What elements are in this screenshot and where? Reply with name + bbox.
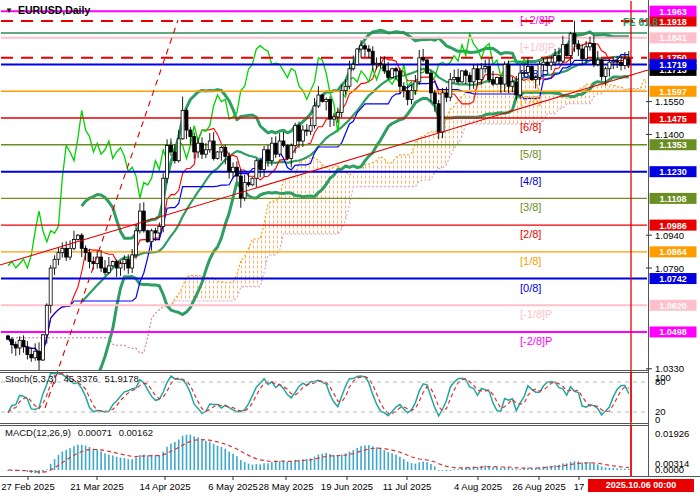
candle-body	[57, 253, 60, 260]
candle-body	[263, 150, 266, 170]
macd-histogram-bar	[450, 470, 452, 471]
candle-body	[530, 67, 533, 80]
trendline[interactable]	[45, 20, 178, 408]
candle-body	[53, 259, 56, 268]
candle-body	[612, 61, 615, 62]
macd-histogram-bar	[69, 448, 71, 470]
candle-body	[367, 49, 370, 51]
resistance-price-badge-text: 1.1918	[659, 17, 687, 27]
macd-histogram-bar	[318, 455, 320, 470]
macd-histogram-bar	[333, 455, 335, 470]
candle-body	[119, 264, 122, 268]
macd-histogram-bar	[325, 453, 327, 470]
candle-body	[243, 183, 246, 198]
candle-body	[484, 67, 487, 69]
candle-body	[111, 261, 114, 265]
macd-clip-group	[7, 435, 629, 474]
candle-body	[577, 44, 580, 49]
candle-body	[294, 126, 297, 146]
macd-histogram-bar	[554, 465, 556, 470]
murrey-price-badge-text: 1.1353	[659, 140, 687, 150]
candle-body	[181, 110, 184, 138]
macd-histogram-bar	[182, 436, 184, 470]
candle-body	[34, 351, 37, 358]
candle-body	[402, 86, 405, 90]
symbol-dropdown-icon[interactable]: ▼	[5, 6, 13, 15]
candle-body	[460, 71, 463, 82]
candle-body	[344, 86, 347, 90]
candle-body	[107, 266, 110, 273]
macd-histogram-bar	[159, 455, 161, 470]
macd-histogram-bar	[155, 455, 157, 470]
price-tick-label: 1.0940	[655, 230, 684, 241]
macd-histogram-bar	[492, 467, 494, 470]
candle-body	[336, 113, 339, 117]
macd-histogram-bar	[566, 463, 568, 470]
macd-histogram-bar	[217, 446, 219, 470]
candle-body	[127, 259, 130, 268]
candle-body	[511, 82, 514, 86]
candle-body	[14, 345, 17, 348]
candle-body	[317, 95, 320, 106]
candle-body	[278, 141, 281, 154]
macd-histogram-bar	[430, 464, 432, 470]
candle-body	[596, 60, 599, 64]
candle-body	[573, 34, 576, 44]
macd-histogram-bar	[65, 450, 67, 470]
candle-body	[325, 99, 328, 101]
candle-body	[38, 351, 41, 360]
macd-histogram-bar	[73, 446, 75, 470]
macd-histogram-bar	[484, 466, 486, 470]
macd-histogram-bar	[609, 468, 611, 470]
candle-body	[371, 51, 374, 64]
candle-body	[457, 78, 460, 82]
candle-body	[220, 148, 223, 152]
macd-histogram-bar	[321, 454, 323, 470]
candle-body	[235, 167, 238, 176]
macd-histogram-bar	[248, 464, 250, 470]
murrey-price-badge-text: 1.0864	[659, 247, 687, 257]
macd-histogram-bar	[131, 459, 133, 470]
candle-body	[585, 47, 588, 59]
macd-histogram-bar	[89, 447, 91, 470]
macd-histogram-bar	[228, 452, 230, 470]
murrey-label: [6/8]	[520, 121, 541, 133]
candle-body	[197, 143, 200, 152]
murrey-label: [2/8]	[520, 228, 541, 240]
macd-histogram-bar	[263, 463, 265, 470]
candle-body	[298, 126, 301, 141]
candle-body	[550, 62, 553, 65]
macd-histogram-bar	[27, 470, 29, 472]
macd-histogram-bar	[345, 453, 347, 470]
price-axis[interactable]: 1.15501.14001.09401.07901.03301.19181.17…	[646, 0, 700, 476]
candle-body	[627, 59, 630, 65]
macd-histogram-bar	[201, 439, 203, 470]
murrey-price-badge-text: 1.1108	[659, 194, 686, 204]
macd-histogram-bar	[628, 469, 630, 470]
candle-body	[282, 141, 285, 145]
macd-histogram-bar	[178, 440, 180, 470]
candle-body	[383, 64, 386, 71]
macd-histogram-bar	[547, 466, 549, 470]
candle-body	[398, 71, 401, 86]
stoch-scale-label: 80	[655, 376, 666, 387]
macd-histogram-bar	[54, 459, 56, 470]
candle-body	[131, 255, 134, 268]
candle-body	[329, 99, 332, 119]
candle-body	[173, 152, 176, 161]
candle-body	[422, 58, 425, 60]
macd-histogram-bar	[372, 446, 374, 470]
macd-histogram-bar	[558, 465, 560, 470]
candle-body	[185, 110, 188, 130]
macd-histogram-bar	[93, 449, 95, 470]
macd-histogram-bar	[209, 442, 211, 470]
macd-histogram-bar	[236, 456, 238, 470]
macd-histogram-bar	[368, 445, 370, 470]
macd-histogram-bar	[77, 445, 79, 470]
macd-histogram-bar	[477, 467, 479, 470]
murrey-price-badge-text: 1.1475	[659, 114, 687, 124]
candle-body	[391, 69, 394, 78]
macd-histogram-bar	[341, 454, 343, 470]
candle-body	[348, 69, 351, 87]
chart-canvas: [+2/8]P[+1/8]P[8/8]P[7/8][6/8][5/8][4/8]…	[0, 0, 700, 500]
